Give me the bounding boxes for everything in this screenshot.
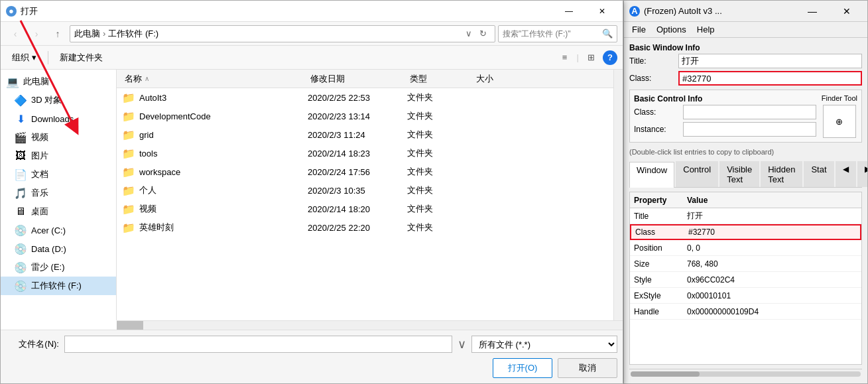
- finder-tool-container: Finder Tool ⊕: [822, 94, 857, 138]
- file-row[interactable]: 📁workspace 2020/2/24 17:56 文件夹: [117, 162, 613, 181]
- file-type: 文件夹: [407, 147, 473, 159]
- view-options-button[interactable]: ≡: [556, 48, 574, 67]
- search-input[interactable]: [503, 29, 602, 38]
- tab-prev[interactable]: ◀: [836, 161, 856, 187]
- file-name-text: 视频: [139, 203, 156, 215]
- file-row[interactable]: 📁tools 2020/2/14 18:23 文件夹: [117, 144, 613, 162]
- autoit-minimize-button[interactable]: —: [797, 1, 828, 22]
- desktop-icon: 🖥: [14, 206, 27, 218]
- prop-row-style[interactable]: Style 0x96CC02C4: [630, 272, 861, 288]
- back-button[interactable]: ‹: [6, 25, 25, 43]
- sidebar-item-documents[interactable]: 📄 文档: [1, 165, 116, 184]
- tab-stat[interactable]: Stat: [804, 161, 834, 187]
- sidebar-item-d-drive[interactable]: 💿 Data (D:): [1, 239, 116, 258]
- autoit-horizontal-scrollbar[interactable]: [629, 369, 862, 378]
- address-bar[interactable]: 此电脑 › 工作软件 (F:) ∨ ↻: [70, 25, 495, 42]
- file-row[interactable]: 📁个人 2020/2/3 10:35 文件夹: [117, 181, 613, 200]
- prop-row-class[interactable]: Class #32770: [630, 224, 861, 240]
- sidebar: 💻 此电脑 🔷 3D 对象 ⬇ Downloads 🎬 视频 🖼 图片 📄: [1, 70, 117, 320]
- file-list-container: 名称 ∧ 修改日期 类型 大小 📁AutoIt3 2020/2/25 22:53…: [117, 70, 613, 320]
- picture-icon: 🖼: [14, 150, 27, 162]
- filetype-select[interactable]: 所有文件 (*.*): [471, 336, 617, 353]
- autoit-close-button[interactable]: ✕: [832, 1, 862, 22]
- main-content: 💻 此电脑 🔷 3D 对象 ⬇ Downloads 🎬 视频 🖼 图片 📄: [1, 70, 623, 320]
- prop-row-handle[interactable]: Handle 0x000000000109D4: [630, 304, 861, 320]
- column-date[interactable]: 修改日期: [308, 73, 407, 85]
- new-folder-button[interactable]: 新建文件夹: [54, 48, 109, 67]
- downloads-icon: ⬇: [14, 113, 27, 125]
- help-button[interactable]: ?: [603, 50, 617, 65]
- sidebar-item-music[interactable]: 🎵 音乐: [1, 184, 116, 202]
- file-row[interactable]: 📁视频 2020/2/14 18:20 文件夹: [117, 200, 613, 218]
- sidebar-label-videos: 视频: [31, 131, 48, 143]
- forward-button[interactable]: ›: [27, 25, 46, 43]
- folder-icon: 📁: [122, 147, 135, 160]
- close-button[interactable]: ✕: [587, 1, 617, 22]
- menu-options[interactable]: Options: [651, 23, 692, 36]
- column-size[interactable]: 大小: [473, 73, 527, 85]
- tab-visible-text[interactable]: Visible Text: [719, 161, 759, 187]
- tabs-bar: Window Control Visible Text Hidden Text …: [629, 161, 862, 188]
- finder-tool-box[interactable]: ⊕: [823, 105, 856, 138]
- organize-button[interactable]: 组织 ▾: [6, 48, 42, 67]
- menu-help[interactable]: Help: [692, 23, 720, 36]
- horizontal-scrollbar[interactable]: [117, 320, 623, 330]
- chrome-icon: ●: [9, 6, 14, 16]
- prop-row-exstyle[interactable]: ExStyle 0x00010101: [630, 288, 861, 304]
- col-date-label: 修改日期: [310, 73, 345, 85]
- sidebar-item-e-drive[interactable]: 💿 雷少 (E:): [1, 258, 116, 277]
- file-row[interactable]: 📁AutoIt3 2020/2/25 22:53 文件夹: [117, 88, 613, 107]
- file-row[interactable]: 📁grid 2020/2/3 11:24 文件夹: [117, 125, 613, 144]
- prop-row-title[interactable]: Title 打开: [630, 208, 861, 224]
- sidebar-item-downloads[interactable]: ⬇ Downloads: [1, 109, 116, 128]
- music-icon: 🎵: [14, 187, 27, 200]
- sidebar-item-desktop[interactable]: 🖥 桌面: [1, 202, 116, 221]
- tab-window[interactable]: Window: [629, 162, 674, 188]
- toolbar-divider: [48, 51, 48, 64]
- filename-chevron[interactable]: ∨: [458, 337, 466, 352]
- autoit-body: Basic Window Info Title: 打开 Class: #3277…: [624, 38, 867, 383]
- tab-next[interactable]: ▶: [857, 161, 867, 187]
- class-label-ctrl: Class:: [634, 107, 680, 117]
- prop-row-position[interactable]: Position 0, 0: [630, 240, 861, 256]
- scrollbar[interactable]: [613, 70, 623, 320]
- refresh-button[interactable]: ↻: [475, 26, 491, 42]
- tab-hidden-text[interactable]: Hidden Text: [761, 161, 802, 187]
- file-date: 2020/2/23 13:14: [308, 111, 407, 121]
- f-drive-icon: 💿: [14, 280, 27, 292]
- minimize-button[interactable]: —: [554, 1, 584, 22]
- search-bar[interactable]: 🔍: [498, 25, 617, 42]
- toolbar-sep: |: [577, 52, 579, 62]
- sidebar-item-videos[interactable]: 🎬 视频: [1, 128, 116, 147]
- document-icon: 📄: [14, 168, 27, 181]
- cancel-button[interactable]: 取消: [558, 358, 617, 378]
- layout-button[interactable]: ⊞: [582, 48, 600, 67]
- prop-row-size[interactable]: Size 768, 480: [630, 256, 861, 272]
- file-name-text: AutoIt3: [139, 93, 166, 103]
- filename-input[interactable]: [64, 336, 452, 353]
- basic-control-title: Basic Control Info: [634, 94, 816, 103]
- tab-control[interactable]: Control: [676, 161, 718, 187]
- sidebar-item-3d-objects[interactable]: 🔷 3D 对象: [1, 91, 116, 109]
- address-chevron-icon[interactable]: ∨: [465, 29, 472, 38]
- file-row[interactable]: 📁英雄时刻 2020/2/25 22:20 文件夹: [117, 218, 613, 237]
- column-type[interactable]: 类型: [407, 73, 473, 85]
- sidebar-label-downloads: Downloads: [31, 114, 74, 124]
- sidebar-item-f-drive[interactable]: 💿 工作软件 (F:): [1, 277, 116, 295]
- up-button[interactable]: ↑: [48, 25, 67, 43]
- file-row[interactable]: 📁DevelopmentCode 2020/2/23 13:14 文件夹: [117, 107, 613, 125]
- prop-name-title: Title: [630, 212, 683, 221]
- menu-file[interactable]: File: [627, 23, 651, 36]
- sidebar-item-c-drive[interactable]: 💿 Acer (C:): [1, 221, 116, 239]
- open-button[interactable]: 打开(O): [493, 358, 552, 378]
- sidebar-item-pictures[interactable]: 🖼 图片: [1, 147, 116, 165]
- menu-help-label: Help: [697, 25, 715, 34]
- file-date: 2020/2/24 17:56: [308, 167, 407, 177]
- prop-value-exstyle: 0x00010101: [683, 291, 861, 300]
- nav-bar: ‹ › ↑ 此电脑 › 工作软件 (F:) ∨ ↻ 🔍: [1, 22, 623, 46]
- column-name[interactable]: 名称 ∧: [122, 73, 308, 85]
- sidebar-label-c: Acer (C:): [31, 225, 66, 235]
- sidebar-item-this-pc[interactable]: 💻 此电脑: [1, 72, 116, 91]
- file-date: 2020/2/3 11:24: [308, 130, 407, 140]
- tab-hidden-text-label: Hidden Text: [768, 164, 795, 184]
